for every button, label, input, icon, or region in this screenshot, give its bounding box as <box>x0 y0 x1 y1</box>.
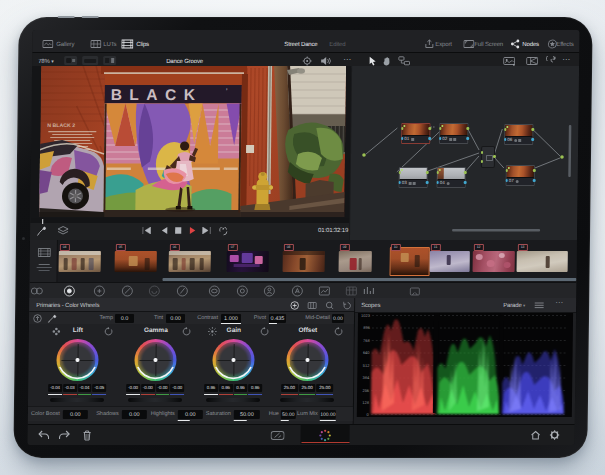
svg-text:512: 512 <box>363 363 371 368</box>
svg-text:640: 640 <box>363 351 371 356</box>
svg-text:768: 768 <box>363 338 371 343</box>
svg-text:896: 896 <box>363 326 371 331</box>
svg-text:1023: 1023 <box>361 313 371 318</box>
svg-text:256: 256 <box>362 388 370 393</box>
svg-text:384: 384 <box>363 376 371 381</box>
svg-text:128: 128 <box>362 401 370 406</box>
svg-text:0: 0 <box>367 412 370 417</box>
